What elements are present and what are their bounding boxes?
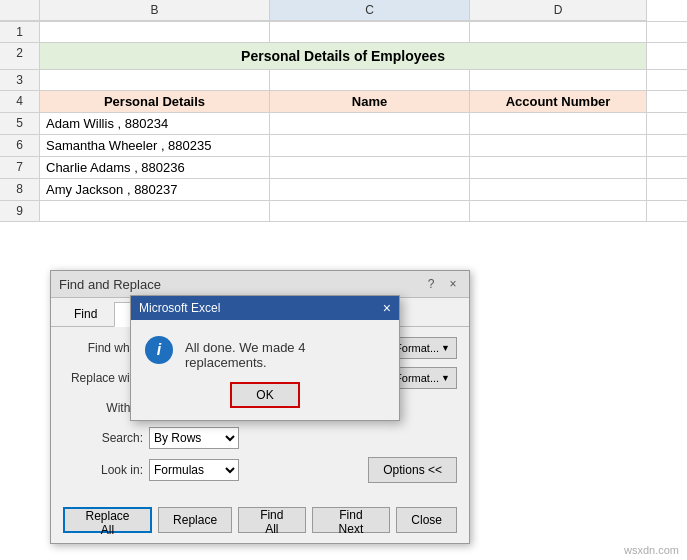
cell-5c[interactable]: [270, 113, 470, 134]
cell-6b[interactable]: Samantha Wheeler , 880235: [40, 135, 270, 156]
cell-9b[interactable]: [40, 201, 270, 221]
ok-button[interactable]: OK: [230, 382, 300, 408]
spreadsheet: B C D 1 2 Personal Details of Employees …: [0, 0, 687, 222]
row-num: 9: [0, 201, 40, 221]
excel-popup-title: Microsoft Excel: [139, 301, 220, 315]
row-num: 8: [0, 179, 40, 200]
excel-popup-message: All done. We made 4 replacements.: [185, 336, 385, 370]
table-row: 3: [0, 70, 687, 91]
cell-7b[interactable]: Charlie Adams , 880236: [40, 157, 270, 178]
col-headers: B C D: [0, 0, 687, 22]
cell-3d[interactable]: [470, 70, 647, 90]
table-row: 2 Personal Details of Employees: [0, 43, 687, 70]
cell-9c[interactable]: [270, 201, 470, 221]
table-row: 4 Personal Details Name Account Number: [0, 91, 687, 113]
row-num: 1: [0, 22, 40, 42]
dialog-title: Find and Replace: [59, 277, 161, 292]
cell-8d[interactable]: [470, 179, 647, 200]
row-num: 6: [0, 135, 40, 156]
dialog-controls: ? ×: [423, 276, 461, 292]
search-select[interactable]: By Rows: [149, 427, 239, 449]
replace-all-button[interactable]: Replace All: [63, 507, 152, 533]
cell-1d[interactable]: [470, 22, 647, 42]
cell-1b[interactable]: [40, 22, 270, 42]
cell-4c[interactable]: Name: [270, 91, 470, 112]
dialog-action-buttons: Replace All Replace Find All Find Next C…: [51, 501, 469, 543]
cell-1c[interactable]: [270, 22, 470, 42]
cell-6d[interactable]: [470, 135, 647, 156]
table-row: 5 Adam Willis , 880234: [0, 113, 687, 135]
find-next-button[interactable]: Find Next: [312, 507, 391, 533]
cell-4b[interactable]: Personal Details: [40, 91, 270, 112]
cell-8c[interactable]: [270, 179, 470, 200]
look-in-select[interactable]: Formulas: [149, 459, 239, 481]
search-label: Search:: [63, 431, 143, 445]
format-dropdown-arrow: ▼: [441, 343, 450, 353]
search-row: Search: By Rows: [63, 427, 457, 449]
cell-5b[interactable]: Adam Willis , 880234: [40, 113, 270, 134]
row-num: 3: [0, 70, 40, 90]
info-icon: i: [145, 336, 173, 364]
col-header-c[interactable]: C: [270, 0, 470, 21]
dialog-titlebar: Find and Replace ? ×: [51, 271, 469, 298]
dialog-close-icon[interactable]: ×: [445, 276, 461, 292]
cell-3b[interactable]: [40, 70, 270, 90]
table-row: 8 Amy Jackson , 880237: [0, 179, 687, 201]
table-row: 9: [0, 201, 687, 222]
cell-8b[interactable]: Amy Jackson , 880237: [40, 179, 270, 200]
look-in-row: Look in: Formulas Options <<: [63, 457, 457, 483]
col-header-d: D: [470, 0, 647, 21]
table-row: 1: [0, 22, 687, 43]
cell-6c[interactable]: [270, 135, 470, 156]
cell-7d[interactable]: [470, 157, 647, 178]
cell-3c[interactable]: [270, 70, 470, 90]
col-header-rownum: [0, 0, 40, 21]
row-num: 4: [0, 91, 40, 112]
find-all-button[interactable]: Find All: [238, 507, 305, 533]
excel-popup: Microsoft Excel × i All done. We made 4 …: [130, 295, 400, 421]
dialog-question-icon[interactable]: ?: [423, 276, 439, 292]
watermark: wsxdn.com: [624, 544, 679, 556]
format-label: Format...: [395, 342, 439, 354]
table-row: 6 Samantha Wheeler , 880235: [0, 135, 687, 157]
close-button[interactable]: Close: [396, 507, 457, 533]
title-cell: Personal Details of Employees: [40, 43, 647, 69]
cell-5d[interactable]: [470, 113, 647, 134]
cell-9d[interactable]: [470, 201, 647, 221]
replace-button[interactable]: Replace: [158, 507, 232, 533]
row-num: 7: [0, 157, 40, 178]
excel-popup-footer: OK: [131, 382, 399, 420]
row-num: 2: [0, 43, 40, 69]
cell-7c[interactable]: [270, 157, 470, 178]
options-button[interactable]: Options <<: [368, 457, 457, 483]
table-row: 7 Charlie Adams , 880236: [0, 157, 687, 179]
format-dropdown-arrow-2: ▼: [441, 373, 450, 383]
row-num: 5: [0, 113, 40, 134]
format-label-2: Format...: [395, 372, 439, 384]
excel-popup-titlebar: Microsoft Excel ×: [131, 296, 399, 320]
excel-popup-close-icon[interactable]: ×: [383, 301, 391, 315]
col-header-b: B: [40, 0, 270, 21]
excel-popup-body: i All done. We made 4 replacements.: [131, 320, 399, 382]
look-in-label: Look in:: [63, 463, 143, 477]
cell-4d[interactable]: Account Number: [470, 91, 647, 112]
tab-find[interactable]: Find: [59, 302, 112, 326]
